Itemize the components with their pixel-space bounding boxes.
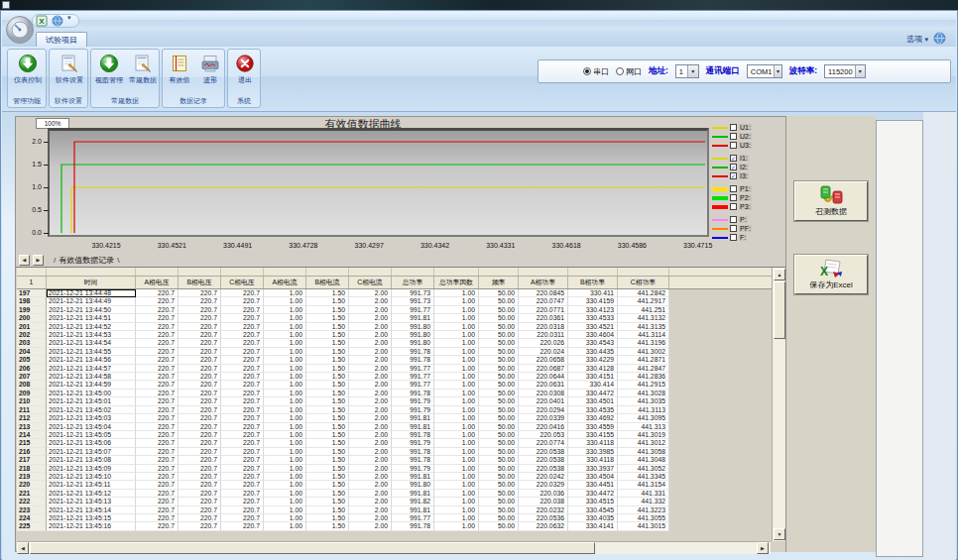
- table-cell[interactable]: 50.00: [479, 414, 519, 422]
- table-cell[interactable]: 222: [17, 498, 47, 505]
- table-cell[interactable]: 220.7: [221, 356, 264, 364]
- table-cell[interactable]: 991.77: [392, 514, 434, 522]
- table-cell[interactable]: 220.7: [179, 297, 221, 305]
- table-cell[interactable]: 215: [17, 439, 47, 447]
- table-cell[interactable]: 201: [17, 323, 47, 331]
- table-cell[interactable]: 50.00: [479, 373, 519, 381]
- table-cell[interactable]: 1.00: [264, 490, 306, 498]
- regular-data-button[interactable]: 常规数据: [126, 53, 160, 96]
- table-cell[interactable]: 220.7: [179, 314, 221, 322]
- waveform-button[interactable]: 波形: [193, 53, 227, 96]
- table-cell[interactable]: 2021-12-21 13:45:11: [47, 481, 136, 489]
- table-cell[interactable]: 1.00: [264, 456, 306, 464]
- table-cell[interactable]: 220.0318: [519, 323, 568, 331]
- legend-checkbox[interactable]: [730, 234, 737, 241]
- legend-checkbox[interactable]: [730, 142, 737, 149]
- table-cell[interactable]: 1.00: [264, 506, 306, 514]
- grid-header-cell[interactable]: B相电压: [179, 277, 221, 288]
- table-cell[interactable]: 1.00: [434, 456, 479, 464]
- table-cell[interactable]: 1.00: [434, 490, 479, 498]
- horizontal-scroll-thumb[interactable]: [30, 542, 595, 554]
- table-cell[interactable]: 224: [17, 514, 47, 522]
- table-cell[interactable]: 1.50: [306, 289, 349, 297]
- table-cell[interactable]: 220.7: [221, 339, 264, 347]
- table-cell[interactable]: 1.50: [306, 490, 349, 498]
- table-cell[interactable]: 220.7: [179, 289, 221, 297]
- legend-checkbox[interactable]: [730, 133, 737, 140]
- table-cell[interactable]: 441.3035: [618, 397, 669, 405]
- table-cell[interactable]: 1.00: [264, 365, 306, 373]
- table-cell[interactable]: 991.78: [392, 390, 434, 397]
- table-cell[interactable]: 330.4435: [568, 348, 618, 356]
- table-cell[interactable]: 220.7: [136, 423, 179, 431]
- legend-checkbox[interactable]: ✓: [730, 164, 737, 170]
- table-cell[interactable]: 330.4501: [568, 397, 618, 405]
- table-cell[interactable]: 2021-12-21 13:45:06: [47, 439, 136, 447]
- table-cell[interactable]: 220.7: [179, 439, 221, 447]
- table-cell[interactable]: 991.78: [392, 448, 434, 456]
- grid-header-cell[interactable]: 总功率因数: [434, 277, 479, 288]
- table-cell[interactable]: 220.7: [179, 406, 221, 414]
- table-cell[interactable]: 220.7: [221, 439, 264, 447]
- grid-header-cell[interactable]: 频率: [479, 277, 519, 288]
- table-cell[interactable]: 1.00: [434, 390, 479, 397]
- table-cell[interactable]: 220.7: [221, 406, 264, 414]
- table-cell[interactable]: 441.251: [618, 306, 669, 314]
- table-cell[interactable]: 330.4123: [568, 306, 618, 314]
- table-cell[interactable]: 1.50: [306, 498, 349, 505]
- table-cell[interactable]: 210: [17, 397, 47, 405]
- table-cell[interactable]: 220.7: [136, 381, 179, 389]
- grid-header-cell[interactable]: A相功率: [519, 277, 568, 288]
- table-cell[interactable]: 441.3113: [618, 406, 669, 414]
- table-cell[interactable]: 1.50: [306, 514, 349, 522]
- table-cell[interactable]: 330.4151: [568, 373, 618, 381]
- table-cell[interactable]: 220.7: [136, 514, 179, 522]
- table-cell[interactable]: 220.7: [221, 397, 264, 405]
- scroll-up-icon[interactable]: ▲: [774, 269, 785, 280]
- table-cell[interactable]: 220.7: [221, 490, 264, 498]
- table-cell[interactable]: 220.7: [221, 331, 264, 339]
- table-cell[interactable]: 211: [17, 406, 47, 414]
- table-cell[interactable]: 441.3019: [618, 431, 669, 439]
- table-cell[interactable]: 2021-12-21 13:45:08: [47, 456, 136, 464]
- table-cell[interactable]: 991.78: [392, 356, 434, 364]
- table-cell[interactable]: 220.0311: [519, 331, 568, 339]
- table-cell[interactable]: 991.79: [392, 465, 434, 473]
- table-cell[interactable]: 1.00: [434, 306, 479, 314]
- table-cell[interactable]: 220.7: [136, 465, 179, 473]
- table-cell[interactable]: 1.00: [264, 306, 306, 314]
- table-cell[interactable]: 330.3985: [568, 448, 618, 456]
- table-cell[interactable]: 220.7: [179, 506, 221, 514]
- table-cell[interactable]: 2.00: [349, 490, 392, 498]
- table-cell[interactable]: 1.00: [434, 522, 479, 530]
- table-cell[interactable]: 1.50: [306, 439, 349, 447]
- table-cell[interactable]: 2021-12-21 13:44:54: [47, 339, 136, 347]
- table-cell[interactable]: 220.0845: [519, 289, 568, 297]
- exit-button[interactable]: 退出: [228, 53, 262, 96]
- table-cell[interactable]: 1.00: [264, 381, 306, 389]
- table-cell[interactable]: 441.3132: [618, 314, 669, 322]
- table-cell[interactable]: 220.0774: [519, 439, 568, 447]
- table-cell[interactable]: 1.00: [264, 465, 306, 473]
- table-cell[interactable]: 2.00: [349, 506, 392, 514]
- table-cell[interactable]: 220.7: [136, 522, 179, 530]
- table-cell[interactable]: 2021-12-21 13:44:51: [47, 314, 136, 322]
- table-cell[interactable]: 220.0687: [519, 365, 568, 373]
- address-select[interactable]: 1 ▾: [675, 64, 699, 78]
- table-cell[interactable]: 1.00: [434, 465, 479, 473]
- table-cell[interactable]: 1.00: [434, 414, 479, 422]
- table-cell[interactable]: 1.00: [434, 406, 479, 414]
- legend-checkbox[interactable]: [730, 124, 737, 131]
- table-cell[interactable]: 220.7: [179, 356, 221, 364]
- table-cell[interactable]: 216: [17, 448, 47, 456]
- table-cell[interactable]: 441.3058: [618, 448, 669, 456]
- table-cell[interactable]: 2.00: [349, 331, 392, 339]
- table-cell[interactable]: 2.00: [349, 423, 392, 431]
- table-cell[interactable]: 217: [17, 456, 47, 464]
- table-cell[interactable]: 221: [17, 490, 47, 498]
- table-cell[interactable]: 1.50: [306, 473, 349, 481]
- table-cell[interactable]: 1.50: [306, 390, 349, 397]
- table-cell[interactable]: 991.80: [392, 481, 434, 489]
- table-cell[interactable]: 1.00: [264, 498, 306, 505]
- table-cell[interactable]: 220.036: [519, 490, 568, 498]
